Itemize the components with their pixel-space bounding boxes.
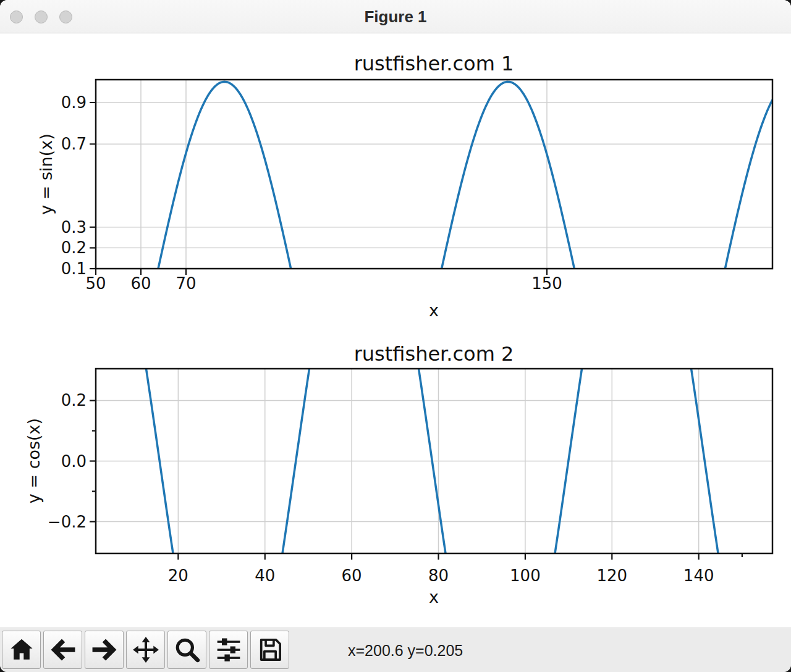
y-tick-label: −0.2 <box>48 513 87 531</box>
x-tick-label: 100 <box>510 566 541 585</box>
x-axis-label: x <box>429 587 439 607</box>
y-tick-label: 0.1 <box>61 259 87 278</box>
x-tick-label: 140 <box>683 566 714 585</box>
y-tick-label: 0.2 <box>61 391 87 410</box>
toolbar-button-pan[interactable] <box>126 631 165 669</box>
y-axis-label: y = cos(x) <box>24 418 43 503</box>
y-tick-label: 0.2 <box>61 238 87 257</box>
toolbar: x=200.6 y=0.205 <box>0 628 791 672</box>
titlebar: Figure 1 <box>0 0 791 33</box>
floppy-disk-icon <box>256 636 284 663</box>
toolbar-button-forward[interactable] <box>85 631 124 669</box>
magnifier-icon <box>174 636 201 663</box>
toolbar-button-save[interactable] <box>250 631 289 669</box>
y-tick-label: 0.9 <box>61 93 87 112</box>
x-tick-label: 60 <box>130 274 151 293</box>
x-tick-label: 50 <box>85 274 106 293</box>
y-tick-label: 0.3 <box>61 218 87 237</box>
arrow-right-icon <box>91 636 118 663</box>
toolbar-buttons <box>2 631 289 669</box>
toolbar-button-home[interactable] <box>2 631 41 669</box>
y-tick-label: 0.7 <box>61 135 87 153</box>
figure-canvas: 5060701500.10.20.30.70.9rustfisher.com 1… <box>0 33 791 628</box>
toolbar-button-back[interactable] <box>43 631 82 669</box>
home-icon <box>8 636 35 663</box>
plot-area[interactable] <box>96 80 772 269</box>
toolbar-button-zoom[interactable] <box>167 631 206 669</box>
move-cross-icon <box>132 636 159 663</box>
x-axis-label: x <box>429 301 439 320</box>
x-tick-label: 150 <box>531 274 562 293</box>
x-tick-label: 80 <box>428 566 449 585</box>
chart-title: rustfisher.com 2 <box>354 342 514 366</box>
arrow-left-icon <box>49 636 77 663</box>
x-tick-label: 60 <box>342 566 362 585</box>
x-tick-label: 20 <box>168 566 188 585</box>
toolbar-button-subplots[interactable] <box>209 631 248 669</box>
x-tick-label: 70 <box>176 274 196 293</box>
figure-window: Figure 1 5060701500.10.20.30.70.9rustfis… <box>0 0 791 672</box>
x-tick-label: 120 <box>596 566 627 585</box>
y-tick-label: 0.0 <box>61 452 87 471</box>
y-axis-label: y = sin(x) <box>36 133 56 215</box>
cursor-status: x=200.6 y=0.205 <box>348 641 463 659</box>
plots-svg: 5060701500.10.20.30.70.9rustfisher.com 1… <box>0 33 791 628</box>
chart-title: rustfisher.com 1 <box>354 52 514 75</box>
window-title: Figure 1 <box>0 0 791 33</box>
x-tick-label: 40 <box>255 566 275 585</box>
sliders-icon <box>215 636 242 663</box>
